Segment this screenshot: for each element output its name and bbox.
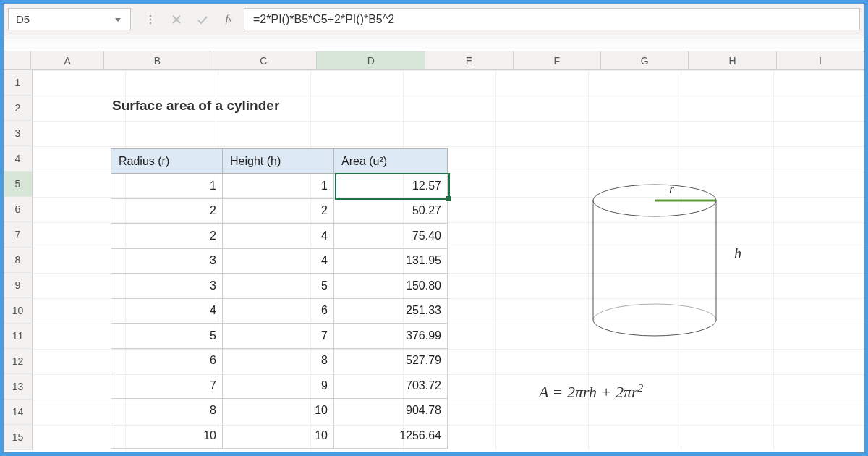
enter-formula-button[interactable] (195, 12, 210, 28)
header-radius: Radius (r) (111, 149, 223, 174)
name-box[interactable]: D5 (8, 8, 131, 30)
row-header-2[interactable]: 2 (4, 96, 33, 121)
table-row: 2475.40 (111, 224, 448, 249)
table-row: 810904.78 (111, 398, 448, 423)
table-row: 34131.95 (111, 248, 448, 274)
table-row: 46251.33 (111, 298, 448, 324)
cell-area[interactable]: 150.80 (334, 274, 448, 299)
row-header-8[interactable]: 8 (4, 248, 33, 273)
column-headers: A B C D E F G H I (4, 51, 864, 70)
table-row: 57376.99 (111, 324, 448, 349)
cell-area[interactable]: 527.79 (334, 348, 448, 373)
row-header-1[interactable]: 1 (4, 70, 33, 96)
table-row: 35150.80 (111, 274, 448, 299)
col-header-A[interactable]: A (31, 51, 104, 69)
r-label: r (669, 182, 675, 196)
ribbon-gap (4, 35, 864, 51)
data-table: Radius (r) Height (h) Area (u²) 1112.572… (111, 148, 448, 449)
svg-point-1 (150, 18, 151, 20)
col-header-G[interactable]: G (601, 51, 689, 69)
svg-point-2 (150, 22, 151, 23)
col-header-C[interactable]: C (210, 51, 317, 69)
header-height: Height (h) (223, 149, 334, 174)
cell-area[interactable]: 703.72 (334, 373, 448, 399)
page-title: Surface area of a cylinder (112, 98, 279, 114)
row-header-3[interactable]: 3 (4, 121, 33, 146)
row-header-11[interactable]: 11 (4, 324, 33, 349)
formula-bar: D5 fx =2*PI()*B5*C5+2*PI()*B5^2 (4, 4, 864, 35)
row-header-6[interactable]: 6 (4, 197, 33, 222)
cell-h[interactable]: 2 (223, 198, 334, 224)
row-header-13[interactable]: 13 (4, 374, 33, 400)
table-row: 68527.79 (111, 348, 448, 373)
cell-r[interactable]: 4 (111, 298, 223, 324)
formula-text: =2*PI()*B5*C5+2*PI()*B5^2 (253, 13, 394, 26)
cell-r[interactable]: 2 (111, 224, 223, 249)
cell-h[interactable]: 4 (223, 248, 334, 274)
name-box-dropdown-icon[interactable] (113, 14, 123, 25)
cell-r[interactable]: 2 (111, 198, 223, 224)
cell-area[interactable]: 904.78 (334, 398, 448, 423)
col-header-D[interactable]: D (317, 51, 425, 69)
row-header-14[interactable]: 14 (4, 400, 33, 425)
cell-h[interactable]: 7 (223, 324, 334, 349)
cells-area[interactable]: Surface area of a cylinder Radius (r) He… (33, 70, 864, 450)
svg-point-0 (150, 14, 151, 16)
dots-icon (142, 12, 158, 28)
spreadsheet-grid: A B C D E F G H I 1 2 3 4 5 6 7 8 9 10 1… (4, 51, 864, 450)
formula-bar-buttons: fx (135, 4, 244, 35)
col-header-E[interactable]: E (425, 51, 513, 69)
cell-area[interactable]: 376.99 (334, 324, 448, 349)
formula-input[interactable]: =2*PI()*B5*C5+2*PI()*B5^2 (244, 8, 860, 30)
select-all-corner[interactable] (4, 51, 31, 69)
table-row: 10101256.64 (111, 423, 448, 449)
table-header-row: Radius (r) Height (h) Area (u²) (111, 149, 448, 174)
cell-h[interactable]: 4 (223, 224, 334, 249)
row-header-5[interactable]: 5 (4, 172, 33, 197)
col-header-F[interactable]: F (514, 51, 601, 69)
cell-r[interactable]: 10 (111, 423, 223, 449)
cancel-formula-button[interactable] (169, 12, 184, 28)
math-formula: A = 2πrh + 2πr2 (539, 381, 643, 402)
cell-area[interactable]: 12.57 (334, 174, 448, 199)
col-header-B[interactable]: B (104, 51, 210, 69)
cell-h[interactable]: 9 (223, 373, 334, 399)
row-headers: 1 2 3 4 5 6 7 8 9 10 11 12 13 14 15 (4, 70, 33, 450)
row-header-9[interactable]: 9 (4, 273, 33, 298)
cell-r[interactable]: 8 (111, 398, 223, 423)
cell-area[interactable]: 131.95 (334, 248, 448, 274)
cell-area[interactable]: 251.33 (334, 298, 448, 324)
row-header-4[interactable]: 4 (4, 146, 33, 172)
cell-area[interactable]: 50.27 (334, 198, 448, 224)
col-header-I[interactable]: I (777, 51, 864, 69)
cell-area[interactable]: 1256.64 (334, 423, 448, 449)
active-cell-ref: D5 (16, 13, 30, 25)
cylinder-diagram: r h (582, 179, 749, 352)
row-header-15[interactable]: 15 (4, 425, 33, 450)
cell-h[interactable]: 5 (223, 274, 334, 299)
cell-r[interactable]: 3 (111, 274, 223, 299)
cell-r[interactable]: 5 (111, 324, 223, 349)
table-row: 79703.72 (111, 373, 448, 399)
row-header-12[interactable]: 12 (4, 349, 33, 374)
cell-h[interactable]: 6 (223, 298, 334, 324)
cell-h[interactable]: 1 (223, 174, 334, 199)
h-label: h (734, 245, 741, 261)
table-row: 2250.27 (111, 198, 448, 224)
header-area: Area (u²) (334, 149, 448, 174)
cell-h[interactable]: 10 (223, 423, 334, 449)
insert-function-button[interactable]: fx (221, 12, 237, 28)
cell-r[interactable]: 3 (111, 248, 223, 274)
cell-area[interactable]: 75.40 (334, 224, 448, 249)
col-header-H[interactable]: H (689, 51, 776, 69)
cell-h[interactable]: 10 (223, 398, 334, 423)
cell-r[interactable]: 1 (111, 174, 223, 199)
row-header-7[interactable]: 7 (4, 222, 33, 248)
cell-h[interactable]: 8 (223, 348, 334, 373)
cell-r[interactable]: 6 (111, 348, 223, 373)
cell-r[interactable]: 7 (111, 373, 223, 399)
row-header-10[interactable]: 10 (4, 298, 33, 324)
table-row: 1112.57 (111, 174, 448, 199)
